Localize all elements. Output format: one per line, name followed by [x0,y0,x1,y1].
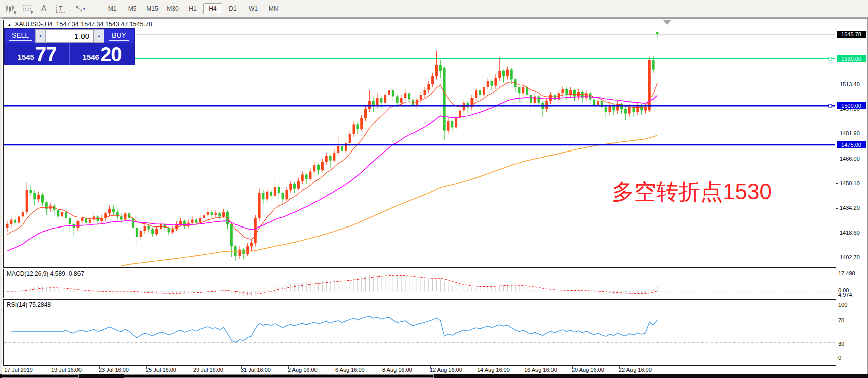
toolbar: E F A T ⤡ ▾ M1M5M15M30H1H4D1W1MN [0,0,868,18]
buy-button[interactable]: BUY [104,29,134,43]
level-handle[interactable] [829,104,832,107]
cursor-tools-icon[interactable]: ⤡ ▾ [70,2,91,15]
toolbar-separator [96,2,99,15]
timeframe-button-m1[interactable]: M1 [103,3,122,14]
collapse-icon[interactable]: ▲ [7,22,12,27]
level-handle[interactable] [829,57,832,60]
volume-input[interactable]: 1.00 [46,29,94,43]
chart-annotation-text[interactable]: 多空转折点1530 [612,180,772,203]
indicator-axis-label: 17.498 [838,270,855,276]
time-label: 31 Jul 16:00 [241,367,271,373]
time-axis[interactable]: 17 Jul 201919 Jul 16:0023 Jul 16:0025 Ju… [3,366,836,374]
symbol-header: ▲XAUUSD-,H4 1547.34 1547.34 1543.47 1545… [7,21,152,28]
time-label: 8 Aug 16:00 [382,367,412,373]
macd-label: MACD(12,26,9) 4.589 -0.867 [7,270,84,277]
price-tick: 1513.40 [836,81,860,87]
timeframe-button-mn[interactable]: MN [264,3,283,14]
timeframe-button-w1[interactable]: W1 [244,3,263,14]
indicator-axis-label: 4.974 [838,292,852,298]
icon-sub-f: F [31,10,33,15]
sell-price-base: 1545 [18,53,34,61]
symbol-name: XAUUSD-,H4 [15,21,53,28]
font-label-icon[interactable]: A [36,2,51,15]
bottom-tab[interactable] [2,374,79,378]
buy-price-pips: 20 [100,45,122,64]
time-label: 23 Jul 16:00 [99,367,129,373]
indicator-axis-label: 70 [838,317,844,323]
tick-dash [836,183,838,184]
time-label: 14 Aug 16:00 [477,367,510,373]
timeframe-button-d1[interactable]: D1 [223,3,243,14]
time-label: 19 Jul 16:00 [51,367,82,373]
price-tick: 1434.20 [836,205,860,211]
time-label: 16 Aug 16:00 [524,367,557,373]
letter-t-glyph: T [56,5,65,13]
tick-dash [836,85,838,85]
tick-dash [836,134,838,134]
volume-decrease-button[interactable]: ▼ [35,29,46,43]
bottom-tab[interactable] [124,374,434,378]
current-price-badge: 1545.78 [837,31,866,38]
price-tick: 1466.00 [836,156,860,162]
ohlc-close: 1545.78 [130,21,152,28]
time-label: 6 Aug 16:00 [335,367,365,373]
tick-dash [836,208,838,209]
price-tick: 1418.60 [836,230,860,236]
ma-slow-line [7,135,657,266]
macd-histogram [7,274,657,296]
trade-prices-row: 1545 77 1546 20 [5,43,134,65]
timeframe-buttons: M1M5M15M30H1H4D1W1MN [102,3,283,14]
macd-panel[interactable]: MACD(12,26,9) 4.589 -0.867 [3,269,836,298]
chart-shift-marker-icon[interactable] [663,20,671,25]
sell-price-pips: 77 [35,45,57,64]
ohlc-low: 1543.47 [105,21,128,28]
indicator-axis-label: 0 [838,355,841,361]
time-label: 29 Jul 16:00 [193,367,223,373]
chevron-down-icon: ▾ [83,7,85,11]
grid-icon[interactable]: F [19,2,34,15]
sell-price[interactable]: 1545 77 [5,43,70,65]
rsi-panel[interactable]: RSI(14) 75.2848 [3,299,836,366]
time-label: 2 Aug 16:00 [288,367,318,373]
trading-terminal: E F A T ⤡ ▾ M1M5M15M30H1H4D1W1MN MACD(12… [0,0,868,378]
volume-increase-button[interactable]: ▲ [94,29,104,43]
grid-glyph [22,5,31,13]
cursor-glyph: ⤡ [76,4,82,13]
tick-dash [836,258,838,258]
time-label: 25 Jul 16:00 [146,367,176,373]
one-click-trade-panel: SELL ▼ 1.00 ▲ BUY 1545 77 1546 20 [5,29,134,65]
time-label: 12 Aug 16:00 [430,367,462,373]
price-tick: 1450.10 [836,180,860,186]
indicator-axis-label: 100 [838,301,847,308]
letter-a-glyph: A [41,4,47,13]
trade-controls-row: SELL ▼ 1.00 ▲ BUY [5,29,134,43]
spin-down-icon: ▼ [39,34,43,38]
candlestick-series [6,32,659,261]
buy-price[interactable]: 1546 20 [70,43,134,65]
timeframe-button-h1[interactable]: H1 [183,3,202,14]
ma-medium-line [7,95,657,251]
tick-dash [836,233,838,233]
timeframe-button-m15[interactable]: M15 [143,3,162,14]
bottom-tab-bar [0,374,868,378]
sell-button[interactable]: SELL [5,29,35,43]
time-label: 22 Aug 16:00 [619,367,652,373]
icon-sub-e: E [14,10,16,15]
price-axis[interactable]: 1513.401497.801481.901466.001450.101434.… [836,20,868,372]
charts-bar-icon[interactable]: E [2,2,17,15]
timeframe-button-m30[interactable]: M30 [163,3,182,14]
spin-up-icon: ▲ [97,34,101,38]
price-tick: 1402.70 [836,254,860,260]
time-label: 20 Aug 16:00 [572,367,604,373]
text-box-icon[interactable]: T [53,2,68,15]
buy-price-base: 1546 [83,53,99,61]
timeframe-button-m5[interactable]: M5 [123,3,142,14]
rsi-label: RSI(14) 75.2848 [7,301,51,308]
timeframe-button-h4[interactable]: H4 [203,3,222,14]
ohlc-open: 1547.34 [56,21,79,28]
level-price-badge: 1500.00 [837,102,866,109]
ohlc-high: 1547.34 [81,21,103,28]
indicator-axis-label: 30 [838,341,844,347]
price-tick: 1481.90 [836,130,860,136]
rsi-line [11,316,657,342]
